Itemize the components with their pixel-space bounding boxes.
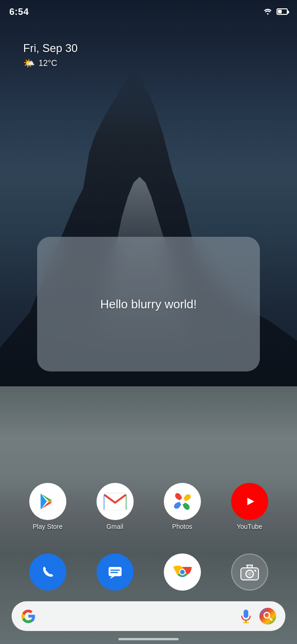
youtube-label: YouTube: [237, 523, 262, 530]
home-indicator: [118, 638, 179, 640]
svg-point-12: [180, 570, 185, 574]
taskbar: [0, 553, 297, 591]
photos-label: Photos: [172, 523, 193, 530]
lens-icon: [259, 608, 276, 624]
photos-icon[interactable]: [164, 483, 201, 520]
status-bar: 6:54: [0, 0, 297, 23]
weather-temp: 12°C: [39, 59, 57, 68]
blur-text: Hello blurry world!: [100, 297, 197, 312]
status-time: 6:54: [9, 7, 29, 17]
svg-point-16: [248, 572, 252, 576]
dock-item-camera[interactable]: [226, 553, 273, 591]
svg-rect-18: [244, 610, 248, 618]
wifi-icon: [263, 8, 273, 15]
dock-item-chrome[interactable]: [159, 553, 206, 591]
dock-item-messages[interactable]: [92, 553, 138, 591]
microphone-icon: [240, 609, 252, 624]
camera-icon[interactable]: [231, 553, 268, 591]
status-icons: [263, 8, 288, 15]
svg-point-1: [180, 499, 185, 504]
app-item-gmail[interactable]: Gmail: [87, 483, 143, 530]
chrome-icon[interactable]: [164, 553, 201, 591]
dock-item-phone[interactable]: [25, 553, 71, 591]
svg-line-22: [269, 618, 272, 620]
blur-widget: Hello blurry world!: [37, 237, 260, 371]
gmail-icon[interactable]: [97, 483, 134, 520]
svg-point-17: [254, 570, 256, 572]
messages-icon[interactable]: [97, 553, 134, 591]
svg-marker-5: [110, 576, 115, 579]
youtube-icon[interactable]: [231, 483, 268, 520]
svg-marker-14: [247, 565, 252, 568]
weather-icon: 🌤️: [23, 58, 35, 69]
date-widget: Fri, Sep 30 🌤️ 12°C: [23, 42, 77, 69]
phone-icon[interactable]: [29, 553, 66, 591]
gmail-label: Gmail: [106, 523, 123, 530]
search-bar[interactable]: [12, 601, 285, 631]
app-row: Play Store Gmail: [0, 483, 297, 530]
play-store-label: Play Store: [32, 523, 63, 530]
play-store-icon[interactable]: [29, 483, 66, 520]
lens-search-button[interactable]: [258, 607, 277, 625]
voice-search-button[interactable]: [237, 607, 255, 625]
app-item-photos[interactable]: Photos: [155, 483, 210, 530]
weather-row: 🌤️ 12°C: [23, 58, 77, 69]
date-text: Fri, Sep 30: [23, 42, 77, 55]
app-item-play-store[interactable]: Play Store: [20, 483, 76, 530]
battery-icon: [277, 8, 288, 15]
app-item-youtube[interactable]: YouTube: [222, 483, 278, 530]
google-logo: [20, 608, 37, 624]
svg-rect-4: [109, 567, 122, 576]
